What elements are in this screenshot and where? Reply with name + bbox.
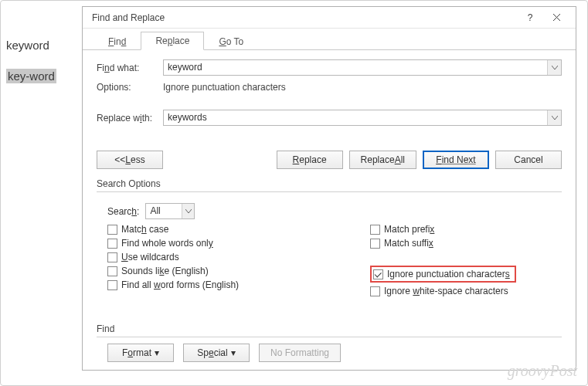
replace-button[interactable]: Replace bbox=[277, 151, 343, 169]
find-what-input[interactable]: keyword bbox=[163, 59, 562, 76]
search-label: Search: bbox=[107, 206, 139, 217]
search-options-title: Search Options bbox=[97, 178, 562, 189]
doc-word-2-highlighted: key-word bbox=[6, 69, 56, 83]
ignore-punctuation-checkbox[interactable]: Ignore punctuation characters bbox=[373, 269, 510, 279]
find-group-title: Find bbox=[97, 323, 562, 334]
match-prefix-checkbox[interactable]: Match prefix bbox=[370, 224, 516, 235]
ignore-whitespace-checkbox[interactable]: Ignore white-space characters bbox=[370, 286, 516, 296]
match-case-checkbox[interactable]: Match case bbox=[107, 224, 339, 235]
no-formatting-button: No Formatting bbox=[259, 344, 341, 362]
close-button[interactable] bbox=[543, 9, 569, 26]
less-button[interactable]: << Less bbox=[97, 151, 163, 169]
match-suffix-checkbox[interactable]: Match suffix bbox=[370, 238, 516, 249]
search-direction-select[interactable]: All bbox=[145, 203, 195, 219]
tab-goto[interactable]: Go To bbox=[204, 32, 258, 50]
find-next-button[interactable]: Find Next bbox=[423, 151, 489, 169]
format-button[interactable]: Format▾ bbox=[107, 344, 174, 362]
find-what-label: Find what: bbox=[97, 63, 163, 73]
find-replace-dialog: Find and Replace ? Find Replace Go To Fi… bbox=[82, 6, 576, 371]
chevron-down-icon[interactable] bbox=[182, 204, 194, 218]
dialog-title: Find and Replace bbox=[92, 12, 517, 23]
whole-words-checkbox[interactable]: Find whole words only bbox=[107, 238, 339, 249]
wildcards-checkbox[interactable]: Use wildcards bbox=[107, 252, 339, 262]
help-button[interactable]: ? bbox=[517, 9, 543, 26]
replace-with-input[interactable]: keywords bbox=[163, 110, 562, 126]
options-value: Ignore punctuation characters bbox=[163, 82, 286, 93]
tab-strip: Find Replace Go To bbox=[83, 29, 576, 50]
titlebar: Find and Replace ? bbox=[83, 7, 576, 29]
replace-with-label: Replace with: bbox=[97, 113, 163, 124]
word-forms-checkbox[interactable]: Find all word forms (English) bbox=[107, 279, 339, 290]
replace-all-button[interactable]: Replace All bbox=[349, 151, 416, 169]
tab-find[interactable]: Find bbox=[93, 32, 141, 50]
doc-word-1: keyword bbox=[6, 39, 56, 52]
chevron-down-icon[interactable] bbox=[547, 110, 561, 125]
cancel-button[interactable]: Cancel bbox=[495, 151, 562, 169]
options-label: Options: bbox=[97, 82, 163, 93]
special-button[interactable]: Special▾ bbox=[183, 344, 250, 362]
document-background: keyword key-word bbox=[6, 39, 56, 83]
highlighted-option: Ignore punctuation characters bbox=[370, 266, 516, 283]
chevron-down-icon[interactable] bbox=[547, 60, 561, 75]
sounds-like-checkbox[interactable]: Sounds like (English) bbox=[107, 266, 339, 276]
tab-replace[interactable]: Replace bbox=[141, 32, 204, 50]
